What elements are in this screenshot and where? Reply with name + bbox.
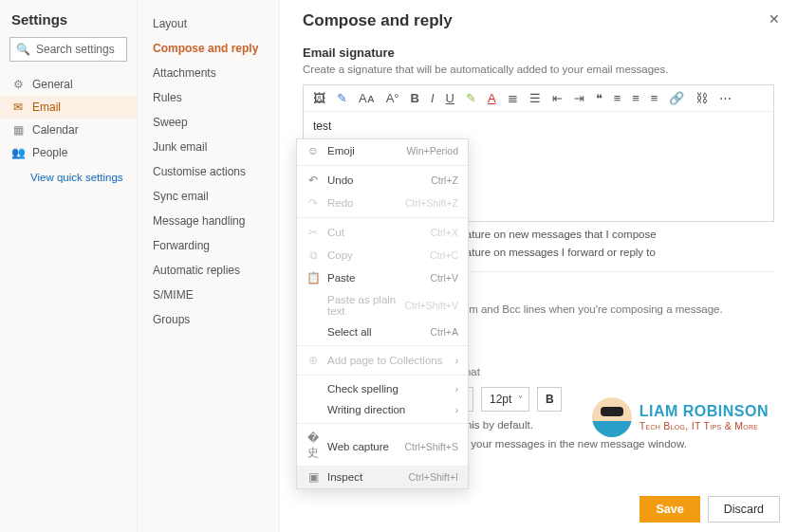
underline-icon[interactable]: U bbox=[446, 91, 454, 105]
font-size-select[interactable]: 12pt bbox=[481, 387, 529, 412]
subnav-s/mime[interactable]: S/MIME bbox=[138, 283, 279, 307]
close-icon[interactable]: ✕ bbox=[769, 11, 780, 27]
align-left-icon[interactable]: ≡ bbox=[614, 91, 621, 105]
ctx-redo: ↷RedoCtrl+Shift+Z bbox=[297, 192, 468, 214]
quote-icon[interactable]: ❝ bbox=[596, 91, 602, 105]
email-icon: ✉ bbox=[11, 101, 25, 114]
subnav-message-handling[interactable]: Message handling bbox=[138, 209, 279, 233]
bold-toggle[interactable]: B bbox=[537, 387, 562, 412]
numbering-icon[interactable]: ☰ bbox=[529, 91, 541, 105]
chevron-right-icon: › bbox=[455, 356, 458, 366]
insert-image-icon[interactable]: 🖼 bbox=[313, 91, 325, 105]
pane-title: Compose and reply bbox=[303, 11, 774, 30]
unlink-icon[interactable]: ⛓ bbox=[695, 91, 708, 105]
subnav-automatic-replies[interactable]: Automatic replies bbox=[138, 258, 279, 283]
subnav-sweep[interactable]: Sweep bbox=[138, 110, 279, 135]
bold-icon[interactable]: B bbox=[411, 91, 419, 105]
discard-button[interactable]: Discard bbox=[708, 496, 780, 523]
ctx-check-spelling[interactable]: Check spelling› bbox=[297, 378, 468, 399]
subnav-groups[interactable]: Groups bbox=[138, 307, 279, 332]
align-right-icon[interactable]: ≡ bbox=[651, 91, 658, 105]
search-icon: 🔍 bbox=[16, 43, 30, 56]
nav-item-email[interactable]: ✉Email bbox=[0, 96, 137, 119]
subnav-layout[interactable]: Layout bbox=[138, 11, 279, 36]
subnav-junk-email[interactable]: Junk email bbox=[138, 135, 279, 159]
outdent-icon[interactable]: ⇤ bbox=[552, 91, 563, 105]
ctx-emoji[interactable]: ☺EmojiWin+Period bbox=[297, 139, 468, 162]
font-size-icon[interactable]: A° bbox=[386, 91, 399, 105]
subnav-sync-email[interactable]: Sync email bbox=[138, 184, 279, 209]
ctx-web-capture[interactable]: �史Web captureCtrl+Shift+S bbox=[297, 427, 468, 466]
logo-name: LIAM ROBINSON bbox=[639, 403, 769, 420]
more-icon[interactable]: ⋯ bbox=[719, 91, 732, 105]
view-quick-settings-link[interactable]: View quick settings bbox=[0, 164, 137, 183]
calendar-icon: ▦ bbox=[11, 123, 25, 137]
ctx-paste-as-plain-text: Paste as plain textCtrl+Shift+V bbox=[297, 289, 468, 321]
align-center-icon[interactable]: ≡ bbox=[632, 91, 639, 105]
nav-item-people[interactable]: 👥People bbox=[0, 141, 137, 164]
nav-item-calendar[interactable]: ▦Calendar bbox=[0, 119, 137, 141]
ctx-cut: ✂CutCtrl+X bbox=[297, 221, 468, 244]
subnav-compose-and-reply[interactable]: Compose and reply bbox=[138, 36, 279, 61]
ctx-inspect[interactable]: ▣InspectCtrl+Shift+I bbox=[297, 466, 468, 488]
people-icon: 👥 bbox=[11, 146, 25, 159]
settings-title: Settings bbox=[0, 8, 137, 37]
save-button[interactable]: Save bbox=[639, 496, 699, 523]
chevron-right-icon: › bbox=[455, 384, 458, 394]
signature-desc: Create a signature that will be automati… bbox=[303, 64, 774, 75]
subnav-forwarding[interactable]: Forwarding bbox=[138, 233, 279, 258]
context-menu: ☺EmojiWin+Period↶UndoCtrl+Z↷RedoCtrl+Shi… bbox=[296, 138, 469, 489]
signature-heading: Email signature bbox=[303, 46, 774, 60]
link-icon[interactable]: 🔗 bbox=[669, 91, 684, 105]
subnav-rules[interactable]: Rules bbox=[138, 85, 279, 110]
nav-item-general[interactable]: ⚙General bbox=[0, 73, 137, 96]
watermark-logo: LIAM ROBINSON Tech Blog, IT Tips & More bbox=[592, 397, 769, 437]
indent-icon[interactable]: ⇥ bbox=[574, 91, 584, 105]
highlight-icon[interactable]: ✎ bbox=[466, 91, 476, 105]
search-settings-input[interactable]: 🔍 Search settings bbox=[9, 37, 127, 62]
ctx-writing-direction[interactable]: Writing direction› bbox=[297, 399, 468, 420]
ctx-undo[interactable]: ↶UndoCtrl+Z bbox=[297, 169, 468, 192]
subnav-attachments[interactable]: Attachments bbox=[138, 61, 279, 85]
font-family-icon[interactable]: Aᴀ bbox=[359, 91, 375, 105]
logo-tagline: Tech Blog, IT Tips & More bbox=[639, 420, 769, 431]
italic-icon[interactable]: I bbox=[431, 91, 435, 105]
subnav-customise-actions[interactable]: Customise actions bbox=[138, 159, 279, 184]
avatar-icon bbox=[592, 397, 632, 437]
chevron-right-icon: › bbox=[455, 405, 458, 415]
bullets-icon[interactable]: ≣ bbox=[508, 91, 518, 105]
general-icon: ⚙ bbox=[11, 78, 25, 91]
format-painter-icon[interactable]: ✎ bbox=[337, 91, 347, 105]
ctx-paste[interactable]: 📋PasteCtrl+V bbox=[297, 266, 468, 289]
font-color-icon[interactable]: A bbox=[488, 91, 496, 105]
ctx-select-all[interactable]: Select allCtrl+A bbox=[297, 321, 468, 342]
ctx-copy: ⧉CopyCtrl+C bbox=[297, 244, 468, 266]
ctx-add-page-to-collections: ⊕Add page to Collections› bbox=[297, 349, 468, 372]
search-placeholder: Search settings bbox=[36, 43, 115, 56]
